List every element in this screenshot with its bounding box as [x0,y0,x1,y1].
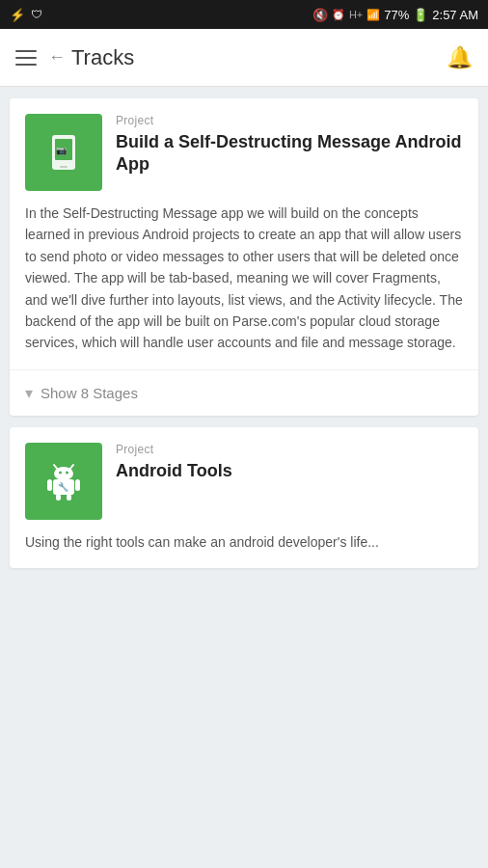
card-1-info: Project Build a Self-Destructing Message… [116,114,463,176]
card-1-label: Project [116,114,463,127]
shield-icon: 🛡 [31,8,42,21]
battery-icon: 🔋 [413,8,428,22]
page-title: Tracks [71,45,134,70]
status-bar-right: 🔇 ⏰ H+ 📶 77% 🔋 2:57 AM [312,8,478,22]
notifications-icon[interactable]: 🔔 [447,45,473,70]
card-2-label: Project [116,443,463,456]
svg-point-8 [66,471,68,474]
project-icon-android: 🔧 [25,443,102,520]
svg-text:🔧: 🔧 [58,481,69,493]
back-arrow-icon: ← [48,47,66,68]
show-stages-button[interactable]: ▾ Show 8 Stages [10,369,478,416]
nav-right: 🔔 [447,45,473,70]
card-1-description: In the Self-Destructing Message app we w… [25,203,463,354]
svg-rect-13 [67,494,71,501]
project-icon-phone: 📷 [25,114,102,191]
content-area: 📷 Project Build a Self-Destructing Messa… [0,87,488,580]
back-button[interactable]: ← Tracks [48,45,134,70]
svg-rect-10 [47,479,52,491]
data-icon: H+ [349,9,363,20]
top-nav: ← Tracks 🔔 [0,29,488,87]
card-2-description: Using the right tools can make an androi… [25,531,463,553]
menu-button[interactable] [15,50,37,66]
project-card-1: 📷 Project Build a Self-Destructing Messa… [10,98,478,416]
usb-icon: ⚡ [10,8,25,22]
signal-icon: 📶 [366,9,380,21]
chevron-down-icon: ▾ [25,384,33,402]
time: 2:57 AM [432,8,478,22]
svg-rect-12 [56,494,61,501]
svg-rect-2 [60,166,68,168]
card-1-top: 📷 Project Build a Self-Destructing Messa… [25,114,463,191]
svg-point-6 [54,467,73,480]
card-2-title[interactable]: Android Tools [116,460,463,482]
mute-icon: 🔇 [312,8,328,22]
alarm-icon: ⏰ [332,9,345,21]
card-1-title[interactable]: Build a Self-Destructing Message Android… [116,131,463,176]
project-card-2: 🔧 Project Android Tools Using the right … [10,427,478,568]
svg-point-7 [59,471,62,474]
status-bar: ⚡ 🛡 🔇 ⏰ H+ 📶 77% 🔋 2:57 AM [0,0,488,29]
card-1-body: 📷 Project Build a Self-Destructing Messa… [10,98,478,369]
status-bar-left: ⚡ 🛡 [10,8,42,22]
card-2-body: 🔧 Project Android Tools Using the right … [10,427,478,568]
show-stages-label: Show 8 Stages [41,385,138,401]
svg-text:📷: 📷 [56,145,68,156]
card-2-top: 🔧 Project Android Tools [25,443,463,520]
battery-percent: 77% [384,8,409,22]
svg-rect-11 [75,479,80,491]
card-2-info: Project Android Tools [116,443,463,482]
nav-left: ← Tracks [15,45,134,70]
